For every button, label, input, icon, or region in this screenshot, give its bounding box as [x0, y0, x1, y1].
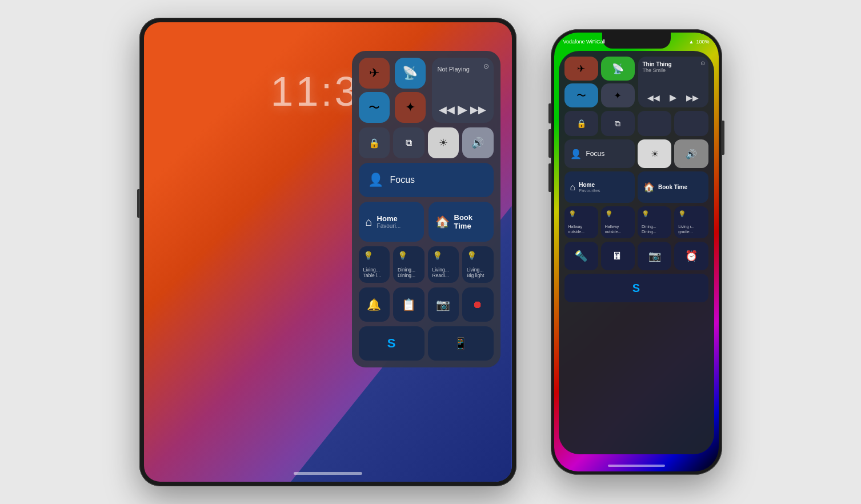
- iphone-camera-button[interactable]: 📷: [638, 242, 671, 270]
- iphone-shazam-button[interactable]: S: [564, 274, 708, 302]
- ipad-playback-controls: ◀◀ ▶ ▶▶: [438, 98, 488, 117]
- ipad-book-time-title: Book Time: [454, 213, 487, 230]
- iphone-frame: Vodafone WiFiCall ▲ 100% ✈: [551, 29, 722, 475]
- airplane-icon: ✈: [369, 66, 379, 81]
- ipad-wifi-calling-button[interactable]: 📡: [395, 58, 426, 89]
- ipad-airplane-button[interactable]: ✈: [359, 58, 390, 89]
- iphone-prev-button[interactable]: ◀◀: [647, 93, 660, 102]
- ipad-brightness-button[interactable]: ☀: [428, 127, 459, 158]
- ipad-prev-button[interactable]: ◀◀: [439, 103, 455, 116]
- camera-icon: 📷: [436, 298, 450, 311]
- iphone-mute-button[interactable]: [548, 103, 551, 123]
- ipad-notes-button[interactable]: 📋: [393, 287, 425, 322]
- iphone-lock-button[interactable]: 🔒: [564, 111, 598, 136]
- brightness-icon: ☀: [439, 137, 448, 149]
- ipad-play-button[interactable]: ▶: [458, 102, 467, 117]
- iphone-bluetooth-icon: ✦: [614, 90, 622, 102]
- ipad-book-time-button[interactable]: 🏠 Book Time: [429, 202, 494, 242]
- ipad-second-row: 🔒 ⧉ ☀ 🔊: [359, 127, 494, 158]
- iphone-volume-down-button[interactable]: [548, 163, 551, 192]
- iphone-shazam-row: S: [564, 274, 708, 302]
- iphone-book-time-button[interactable]: 🏠 Book Time: [638, 171, 708, 203]
- iphone-volume-up-button[interactable]: [548, 129, 551, 158]
- ipad-now-playing: ⊙ Not Playing ◀◀ ▶ ▶▶: [432, 58, 494, 123]
- iphone-playback-controls: ◀◀ ▶ ▶▶: [643, 92, 704, 103]
- ipad-light-tile-3[interactable]: 💡 Living...Big light: [462, 246, 494, 283]
- iphone-light-bulb-icon-3: 💡: [678, 210, 686, 218]
- ipad-volume-button[interactable]: 🔊: [462, 127, 494, 158]
- iphone-focus-button[interactable]: 👤 Focus: [564, 139, 635, 168]
- iphone-tile-4[interactable]: [674, 111, 708, 136]
- iphone-light-tile-3[interactable]: 💡 Living r...gradie...: [674, 206, 708, 238]
- ipad-light-label-2: Living...Readi...: [432, 267, 449, 278]
- iphone-light-tile-1[interactable]: 💡 Hallwayoutside...: [601, 206, 635, 238]
- iphone-brightness-icon: ☀: [651, 149, 659, 159]
- scene: 11:39 ✈ 📡 〜: [0, 0, 861, 504]
- ipad-util-row: 🔔 📋 📷 ⏺: [359, 287, 494, 322]
- iphone-bluetooth-button[interactable]: ✦: [601, 83, 635, 107]
- iphone-top-row: ✈ 📡 〜 ✦: [564, 57, 708, 107]
- ipad-home-button[interactable]: ⌂ Home Favouri...: [359, 202, 424, 242]
- iphone-power-button[interactable]: [722, 121, 724, 155]
- wifi-icon: 〜: [369, 100, 380, 115]
- ipad-remote-button[interactable]: 📱: [428, 326, 494, 361]
- iphone-airplay-icon[interactable]: ⊙: [700, 60, 705, 66]
- iphone-now-playing: ⊙ Thin Thing The Smile ◀◀ ▶ ▶▶: [638, 57, 708, 107]
- iphone-book-time-icon: 🏠: [643, 182, 655, 193]
- volume-icon: 🔊: [471, 137, 484, 149]
- iphone-volume-button[interactable]: 🔊: [674, 139, 708, 168]
- iphone-light-bulb-icon-2: 💡: [642, 210, 650, 218]
- iphone-now-playing-info: Thin Thing The Smile: [643, 61, 704, 73]
- iphone-home-button[interactable]: ⌂ Home Favourites: [564, 171, 635, 203]
- iphone-light-label-3: Living r...gradie...: [678, 225, 694, 234]
- ipad-light-tile-1[interactable]: 💡 Dining...Dining...: [393, 246, 425, 283]
- ipad-focus-button[interactable]: 👤 Focus: [359, 163, 494, 197]
- ipad-wrapper: 11:39 ✈ 📡 〜: [139, 18, 516, 486]
- ipad-next-button[interactable]: ▶▶: [470, 103, 486, 116]
- iphone-status-right: ▲ 100%: [689, 39, 710, 45]
- iphone-flashlight-button[interactable]: 🔦: [564, 242, 598, 270]
- ipad-misc-row: S 📱: [359, 326, 494, 361]
- iphone-light-tile-0[interactable]: 💡 Hallwayoutside...: [564, 206, 598, 238]
- ipad-frame: 11:39 ✈ 📡 〜: [139, 18, 516, 486]
- ipad-bluetooth-button[interactable]: ✦: [395, 92, 426, 123]
- ipad-light-tile-2[interactable]: 💡 Living...Readi...: [428, 246, 459, 283]
- ipad-camera-button[interactable]: 📷: [428, 287, 459, 322]
- ipad-light-tile-0[interactable]: 💡 Living...Table l...: [359, 246, 390, 283]
- ipad-screen-mirror-button[interactable]: ⧉: [393, 127, 425, 158]
- ipad-lights-row: 💡 Living...Table l... 💡 Dining...Dining.…: [359, 246, 494, 283]
- iphone-brightness-button[interactable]: ☀: [638, 139, 671, 168]
- ipad-light-bulb-icon-0: 💡: [363, 251, 373, 260]
- iphone-now-playing-title: Thin Thing: [643, 61, 704, 67]
- iphone-calculator-button[interactable]: 🖩: [601, 242, 635, 270]
- ipad-shazam-button[interactable]: S: [359, 326, 425, 361]
- ipad-light-label-0: Living...Table l...: [363, 267, 382, 278]
- ipad-control-center: ✈ 📡 〜 ✦: [352, 51, 500, 367]
- iphone-wifi-calling-button[interactable]: 📡: [601, 57, 635, 81]
- ipad-light-bulb-icon-3: 💡: [467, 251, 476, 260]
- iphone-light-label-0: Hallwayoutside...: [568, 225, 584, 234]
- iphone-tile-3[interactable]: [638, 111, 671, 136]
- iphone-now-playing-artist: The Smile: [643, 67, 704, 73]
- remote-icon: 📱: [454, 337, 468, 350]
- orientation-lock-icon: 🔒: [369, 138, 380, 149]
- ipad-side-button[interactable]: [137, 189, 139, 218]
- iphone-light-tile-2[interactable]: 💡 Dining...Dining...: [638, 206, 671, 238]
- wifi-calling-icon: 📡: [402, 66, 418, 81]
- ipad-airplay-icon[interactable]: ⊙: [483, 62, 489, 70]
- iphone-play-button[interactable]: ▶: [670, 92, 676, 103]
- ipad-record-button[interactable]: ⏺: [462, 287, 494, 322]
- iphone-home-icon: ⌂: [570, 182, 576, 193]
- ipad-orientation-lock-button[interactable]: 🔒: [359, 127, 390, 158]
- ipad-wifi-button[interactable]: 〜: [359, 92, 390, 123]
- iphone-next-button[interactable]: ▶▶: [686, 93, 699, 102]
- iphone-wifi-button[interactable]: 〜: [564, 83, 598, 107]
- alarm-icon: 🔔: [367, 298, 381, 311]
- iphone-second-row: 🔒 ⧉: [564, 111, 708, 136]
- iphone-mirror-button[interactable]: ⧉: [601, 111, 635, 136]
- ipad-alarm-button[interactable]: 🔔: [359, 287, 390, 322]
- iphone-clock-button[interactable]: ⏰: [674, 242, 708, 270]
- iphone-home-title: Home: [579, 182, 600, 188]
- iphone-mirror-icon: ⧉: [615, 119, 620, 129]
- iphone-airplane-button[interactable]: ✈: [564, 57, 598, 81]
